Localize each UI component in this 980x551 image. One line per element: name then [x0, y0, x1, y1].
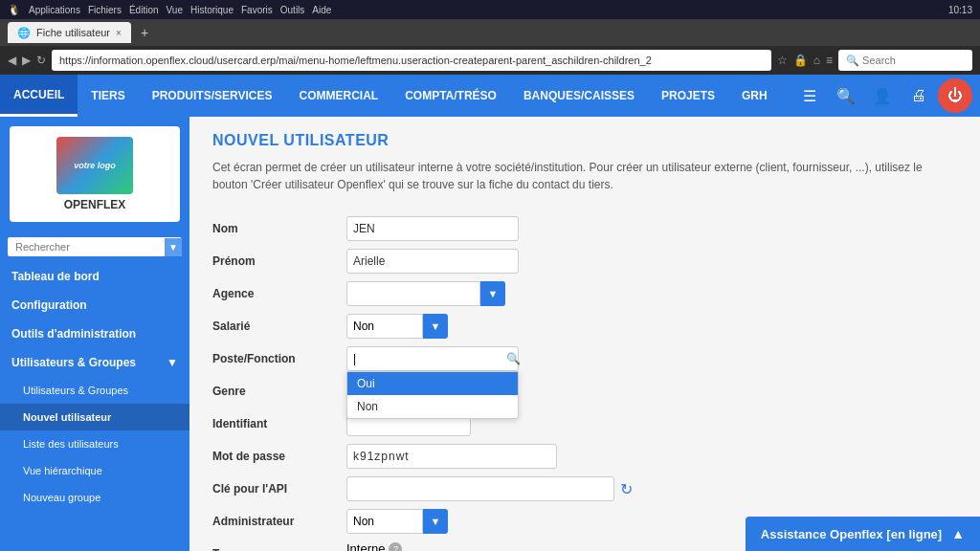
os-menu-vue[interactable]: Vue: [167, 5, 183, 15]
company-name: OPENFLEX: [64, 198, 126, 211]
page-description: Cet écran permet de créer un utilisateur…: [212, 159, 957, 193]
tab-label: Fiche utilisateur: [36, 27, 110, 38]
assistance-caret-icon: ▲: [951, 526, 965, 541]
os-menu-edition[interactable]: Édition: [129, 5, 159, 15]
os-system-tray: 10:13: [948, 5, 972, 15]
back-button[interactable]: ◀: [8, 54, 16, 67]
logo-text: votre logo: [74, 161, 116, 170]
new-tab-button[interactable]: +: [141, 25, 148, 40]
poste-dropdown-container: 🔍 Oui Non: [346, 346, 519, 371]
forward-button[interactable]: ▶: [22, 54, 31, 67]
field-label-prenom: Prénom: [212, 245, 346, 277]
home-icon[interactable]: ⌂: [813, 54, 820, 67]
os-time: 10:13: [948, 5, 972, 15]
sidebar-item-configuration[interactable]: Configuration: [0, 291, 189, 320]
nav-projets[interactable]: PROJETS: [648, 75, 728, 117]
nav-commercial[interactable]: COMMERCIAL: [286, 75, 392, 117]
agence-dropdown-button[interactable]: ▼: [480, 281, 505, 306]
sidebar-subitem-utilisateurs-groupes[interactable]: Utilisateurs & Groupes: [0, 377, 189, 404]
form-row-agence: Agence ▼: [212, 277, 957, 310]
salarie-dropdown-wrapper: Non Oui ▼: [346, 314, 957, 339]
salarie-select[interactable]: Non Oui: [346, 314, 423, 339]
field-label-genre: Genre: [212, 375, 346, 408]
os-app-label: 🐧: [8, 4, 21, 16]
sidebar-subitem-nouvel-utilisateur[interactable]: Nouvel utilisateur: [0, 404, 189, 430]
os-menu-historique[interactable]: Historique: [190, 5, 234, 15]
field-prenom: [346, 245, 957, 277]
menu-icon[interactable]: ≡: [826, 54, 833, 67]
os-menu-favoris[interactable]: Favoris: [241, 5, 273, 15]
sidebar-item-utilisateurs-groupes[interactable]: Utilisateurs & Groupes ▼: [0, 348, 189, 377]
nav-accueil[interactable]: ACCUEIL: [0, 75, 78, 117]
admin-select[interactable]: Non Oui: [346, 509, 423, 534]
form-row-cle-api: Clé pour l'API ↻: [212, 473, 957, 505]
sidebar-subitem-nouveau-groupe[interactable]: Nouveau groupe: [0, 484, 189, 511]
assistance-label: Assistance Openflex [en ligne]: [761, 527, 942, 541]
shield-icon: 🔒: [793, 54, 808, 67]
reload-button[interactable]: ↻: [36, 54, 46, 67]
poste-option-oui[interactable]: Oui: [347, 372, 518, 395]
nav-banques-caisses[interactable]: BANQUES/CAISSES: [510, 75, 648, 117]
browser-search-input[interactable]: [838, 50, 972, 71]
nom-input[interactable]: [346, 216, 519, 241]
form-row-mot-de-passe: Mot de passe: [212, 440, 957, 473]
browser-tab[interactable]: 🌐 Fiche utilisateur ×: [8, 22, 131, 43]
assistance-button[interactable]: Assistance Openflex [en ligne] ▲: [746, 517, 980, 551]
tab-close-button[interactable]: ×: [116, 28, 122, 38]
form-row-poste-fonction: Poste/Fonction 🔍 Oui Non: [212, 342, 957, 375]
salarie-dropdown-button[interactable]: ▼: [423, 314, 448, 339]
address-input[interactable]: [52, 50, 771, 71]
form-row-salarie: Salarié Non Oui ▼: [212, 310, 957, 342]
field-salarie: Non Oui ▼: [346, 310, 957, 342]
print-button[interactable]: 🖨: [902, 78, 936, 113]
field-label-poste-fonction: Poste/Fonction: [212, 342, 346, 375]
nav-grh[interactable]: GRH: [728, 75, 781, 117]
user-profile-button[interactable]: 👤: [865, 78, 900, 113]
nav-tiers[interactable]: TIERS: [78, 75, 138, 117]
nav-compta-treso[interactable]: COMPTA/TRÉSO: [391, 75, 510, 117]
admin-dropdown-button[interactable]: ▼: [423, 509, 448, 534]
page-title: NOUVEL UTILISATEUR: [212, 132, 957, 149]
prenom-input[interactable]: [346, 249, 519, 274]
os-bar: 🐧 Applications Fichiers Édition Vue Hist…: [0, 0, 980, 19]
os-menu-aide[interactable]: Aide: [312, 5, 331, 15]
refresh-api-icon[interactable]: ↻: [620, 480, 633, 498]
global-search-button[interactable]: 🔍: [829, 78, 863, 113]
hamburger-menu-button[interactable]: ☰: [792, 78, 827, 113]
agence-input[interactable]: [346, 281, 480, 306]
poste-option-non[interactable]: Non: [347, 395, 518, 418]
sidebar: votre logo OPENFLEX ▼ Tableau de bord Co…: [0, 117, 189, 551]
sidebar-search-input[interactable]: [8, 237, 165, 256]
poste-search-icon: 🔍: [502, 352, 524, 365]
bookmark-icon[interactable]: ☆: [777, 54, 788, 67]
os-menu-outils[interactable]: Outils: [280, 5, 305, 15]
sidebar-item-tableau-de-bord[interactable]: Tableau de bord: [0, 262, 189, 291]
poste-search-input[interactable]: [347, 352, 502, 365]
type-value: Interne: [346, 541, 385, 551]
app-container: ACCUEIL TIERS PRODUITS/SERVICES COMMERCI…: [0, 75, 980, 551]
mot-de-passe-input[interactable]: [346, 444, 557, 469]
form-row-nom: Nom: [212, 212, 957, 245]
sidebar-subitem-liste-utilisateurs[interactable]: Liste des utilisateurs: [0, 430, 189, 457]
field-label-salarie: Salarié: [212, 310, 346, 342]
field-mot-de-passe: [346, 440, 957, 473]
tab-favicon: 🌐: [17, 27, 31, 39]
power-button[interactable]: ⏻: [938, 78, 972, 113]
os-menu-fichiers[interactable]: Fichiers: [88, 5, 122, 15]
main-layout: votre logo OPENFLEX ▼ Tableau de bord Co…: [0, 117, 980, 551]
form-table: Nom Prénom Agence: [212, 212, 957, 551]
cle-api-input[interactable]: [346, 476, 614, 501]
nav-produits-services[interactable]: PRODUITS/SERVICES: [139, 75, 286, 117]
sidebar-item-outils-admin[interactable]: Outils d'administration: [0, 320, 189, 348]
field-cle-api: ↻: [346, 473, 957, 505]
field-label-type: Type: [212, 538, 346, 551]
field-label-mot-de-passe: Mot de passe: [212, 440, 346, 473]
sidebar-search-dropdown-button[interactable]: ▼: [165, 238, 182, 256]
field-label-nom: Nom: [212, 212, 346, 245]
agence-dropdown-wrapper: ▼: [346, 281, 957, 306]
os-menu-applications[interactable]: Applications: [29, 5, 80, 15]
api-row: ↻: [346, 476, 957, 501]
sidebar-subitem-vue-hierarchique[interactable]: Vue hiérarchique: [0, 457, 189, 484]
field-nom: [346, 212, 957, 245]
poste-search-box: 🔍: [346, 346, 519, 371]
